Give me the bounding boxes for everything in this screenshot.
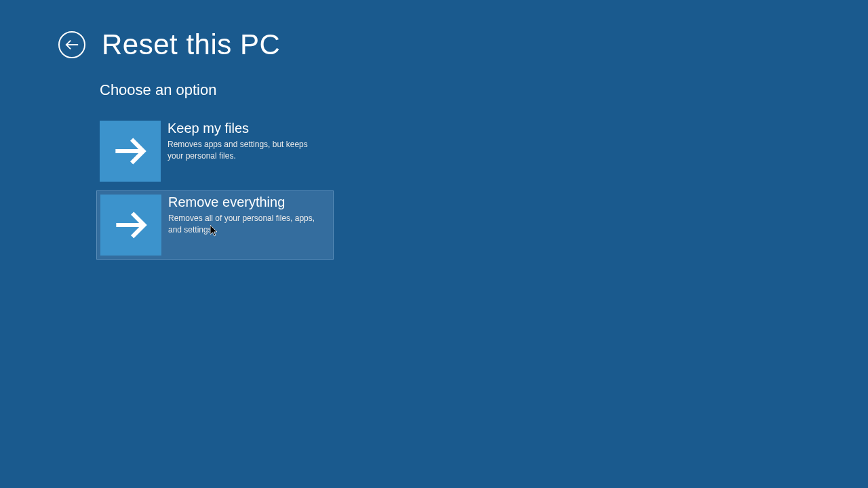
subtitle: Choose an option	[100, 81, 868, 99]
option-title: Remove everything	[168, 195, 330, 210]
arrow-right-icon	[100, 121, 161, 182]
page-title: Reset this PC	[102, 28, 280, 61]
option-description: Removes apps and settings, but keeps you…	[167, 139, 322, 162]
option-keep-my-files[interactable]: Keep my files Removes apps and settings,…	[100, 121, 322, 182]
arrow-right-icon	[100, 195, 161, 256]
options-list: Keep my files Removes apps and settings,…	[100, 121, 868, 260]
back-arrow-icon	[64, 37, 79, 52]
option-text: Remove everything Removes all of your pe…	[161, 195, 330, 236]
header: Reset this PC	[0, 0, 868, 61]
content-area: Choose an option Keep my files Removes a…	[0, 61, 868, 260]
option-remove-everything[interactable]: Remove everything Removes all of your pe…	[96, 190, 334, 260]
option-title: Keep my files	[167, 121, 322, 136]
back-button[interactable]	[58, 31, 85, 58]
option-text: Keep my files Removes apps and settings,…	[161, 121, 322, 162]
option-description: Removes all of your personal files, apps…	[168, 213, 330, 236]
